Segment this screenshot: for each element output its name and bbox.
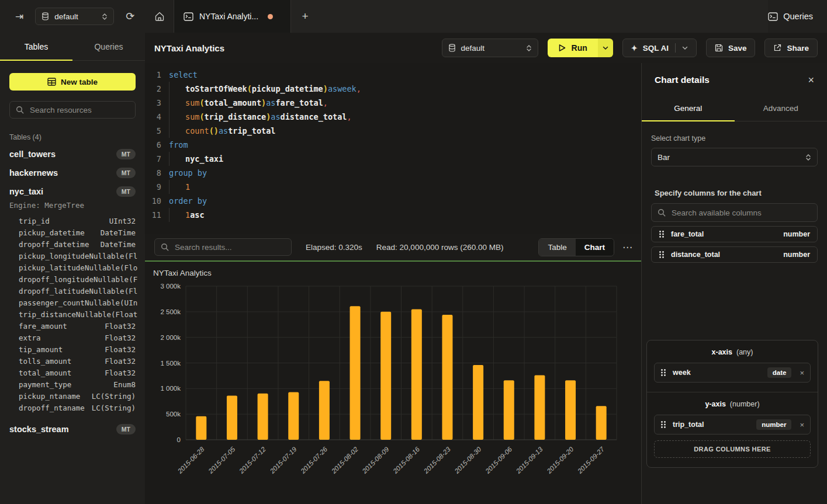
chart-bar[interactable] bbox=[350, 306, 361, 440]
chart-bar[interactable] bbox=[258, 394, 268, 440]
results-view-toggle: TableChart bbox=[538, 238, 614, 256]
column-type: DateTime bbox=[101, 239, 136, 251]
sidebar-search-input[interactable] bbox=[29, 105, 134, 115]
chevron-updown-icon bbox=[805, 154, 811, 161]
column-type: Float32 bbox=[105, 367, 136, 379]
drag-handle-icon[interactable] bbox=[660, 420, 666, 429]
chart-bar[interactable] bbox=[288, 392, 299, 440]
sql-line: 2toStartOfWeek(pickup_datetime) as week, bbox=[145, 82, 641, 96]
chart-type-label: Select chart type bbox=[651, 134, 818, 142]
more-options-icon[interactable]: ⋯ bbox=[622, 241, 633, 253]
chart-bar[interactable] bbox=[534, 376, 545, 440]
terminal-icon bbox=[184, 12, 193, 21]
view-toggle-chart[interactable]: Chart bbox=[576, 239, 614, 256]
x-tick-label: 2015-08-30 bbox=[453, 446, 483, 475]
close-icon[interactable]: × bbox=[808, 75, 814, 85]
available-column-pill[interactable]: distance_totalnumber bbox=[651, 246, 818, 263]
table-item[interactable]: nyc_taxiMT bbox=[0, 182, 145, 201]
sql-token: ) bbox=[261, 96, 266, 110]
drag-handle-icon[interactable] bbox=[659, 230, 665, 238]
database-selector-value: default bbox=[461, 44, 521, 53]
save-button[interactable]: Save bbox=[706, 39, 756, 57]
sql-line: 3sum(total_amount) as fare_total, bbox=[145, 96, 641, 110]
query-tab-label: NYTaxi Analyti... bbox=[199, 12, 258, 21]
table-item[interactable]: stocks_streamMT bbox=[0, 420, 145, 439]
sparkle-icon: ✦ bbox=[631, 44, 638, 53]
indent-guide bbox=[169, 110, 185, 124]
remove-icon[interactable]: × bbox=[800, 420, 804, 429]
table-item[interactable]: hackernewsMT bbox=[0, 164, 145, 182]
chart-bar[interactable] bbox=[411, 309, 422, 440]
x-tick-label: 2015-08-23 bbox=[422, 446, 452, 475]
x-tick-label: 2015-07-12 bbox=[237, 446, 267, 475]
chart-details-header: Chart details × bbox=[642, 63, 827, 96]
query-tab[interactable]: NYTaxi Analyti... bbox=[174, 0, 291, 33]
home-button[interactable] bbox=[145, 0, 174, 33]
available-column-pill[interactable]: fare_totalnumber bbox=[651, 226, 818, 242]
sidebar-tab-queries[interactable]: Queries bbox=[72, 33, 145, 60]
results-search-input[interactable] bbox=[174, 242, 285, 252]
view-toggle-table[interactable]: Table bbox=[539, 239, 575, 256]
chart-bar[interactable] bbox=[565, 380, 576, 440]
run-button-main[interactable]: Run bbox=[548, 39, 598, 57]
drag-columns-dropzone[interactable]: DRAG COLUMNS HERE bbox=[654, 440, 811, 458]
column-item: trip_distanceNullable(Float bbox=[19, 309, 136, 321]
column-name: pickup_datetime bbox=[19, 227, 85, 239]
new-table-button[interactable]: New table bbox=[9, 73, 136, 91]
chart-bar[interactable] bbox=[196, 416, 206, 440]
y-axis-column-pill[interactable]: trip_total number × bbox=[654, 415, 811, 435]
table-item[interactable]: cell_towersMT bbox=[0, 145, 145, 164]
tables-section-label: Tables (4) bbox=[9, 133, 136, 141]
share-button[interactable]: Share bbox=[764, 39, 818, 57]
chart-bar[interactable] bbox=[596, 406, 607, 440]
chevron-down-icon[interactable] bbox=[682, 46, 688, 50]
play-icon bbox=[558, 44, 566, 52]
columns-search-input[interactable] bbox=[670, 208, 811, 218]
remove-icon[interactable]: × bbox=[800, 369, 804, 377]
chart-bar[interactable] bbox=[227, 396, 237, 440]
run-button[interactable]: Run bbox=[548, 39, 613, 57]
x-axis-column-type: date bbox=[767, 367, 792, 378]
sidebar-tab-tables[interactable]: Tables bbox=[0, 33, 72, 60]
terminal-icon bbox=[768, 12, 778, 21]
sql-token: 1 bbox=[185, 180, 190, 194]
sql-editor[interactable]: 1select2toStartOfWeek(pickup_datetime) a… bbox=[145, 63, 641, 234]
x-axis-column-pill[interactable]: week date × bbox=[654, 363, 811, 383]
column-item: passenger_countNullable(UIn bbox=[19, 297, 136, 309]
column-type: UInt32 bbox=[109, 215, 136, 227]
chart-bar[interactable] bbox=[319, 381, 330, 440]
x-axis-hint: (any) bbox=[736, 348, 753, 356]
database-selector-main[interactable]: default bbox=[442, 39, 538, 57]
tab-advanced[interactable]: Advanced bbox=[735, 96, 827, 121]
sql-token: ) bbox=[323, 82, 328, 96]
chart-bar[interactable] bbox=[442, 315, 452, 440]
sql-token: from bbox=[169, 138, 188, 152]
new-tab-button[interactable]: + bbox=[291, 0, 319, 33]
sql-token: select bbox=[169, 68, 198, 82]
run-options-caret[interactable] bbox=[598, 39, 613, 57]
line-number: 5 bbox=[145, 124, 161, 138]
chart-bar[interactable] bbox=[380, 312, 391, 440]
chart-bar[interactable] bbox=[504, 380, 514, 440]
results-toolbar: Elapsed: 0.320s Read: 20,000,000 rows (2… bbox=[145, 234, 641, 260]
drag-handle-icon[interactable] bbox=[660, 369, 666, 377]
chart-type-select[interactable]: Bar bbox=[651, 148, 818, 166]
database-selector-top[interactable]: default bbox=[35, 8, 114, 25]
indent-guide bbox=[169, 82, 185, 96]
sql-line: 111 asc bbox=[145, 208, 641, 222]
queries-button[interactable]: Queries bbox=[768, 0, 827, 33]
sql-ai-button[interactable]: ✦ SQL AI bbox=[622, 39, 697, 57]
search-icon bbox=[16, 106, 24, 114]
column-item: pickup_longitudeNullable(Fl bbox=[19, 251, 136, 262]
chart-bar[interactable] bbox=[473, 365, 483, 440]
collapse-sidebar-icon[interactable]: ⇥ bbox=[12, 11, 27, 22]
drag-handle-icon[interactable] bbox=[659, 251, 665, 259]
tab-general[interactable]: General bbox=[642, 96, 735, 121]
refresh-icon[interactable]: ⟳ bbox=[122, 11, 138, 22]
sql-token: trip_distance bbox=[205, 110, 267, 124]
line-number: 3 bbox=[145, 96, 161, 110]
column-item: trip_idUInt32 bbox=[19, 215, 136, 227]
sql-token: as bbox=[266, 96, 275, 110]
column-name: dropoff_datetime bbox=[19, 239, 89, 251]
table-name: stocks_stream bbox=[9, 425, 69, 434]
